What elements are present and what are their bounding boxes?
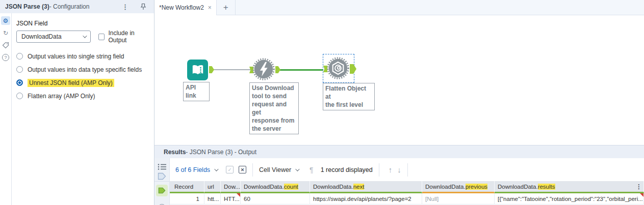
- pin-icon[interactable]: [140, 3, 147, 10]
- option-label-highlighted: Unnest JSON field (AMP Only): [28, 79, 114, 87]
- tool-text-input[interactable]: [187, 60, 208, 80]
- configuration-body: ⚙ ↻ ? JSON Field DownloadData: [0, 13, 154, 205]
- workflow-tab-bar: *New Workflow2 × +: [154, 0, 644, 15]
- config-title-suffix: - Configuration: [49, 3, 90, 10]
- header-text: Record: [174, 184, 193, 190]
- cell-record[interactable]: 1: [170, 193, 204, 204]
- radio-unselected[interactable]: [16, 93, 23, 99]
- select-all-icon[interactable]: ✓: [226, 166, 234, 173]
- cell-viewer-dropdown[interactable]: Cell Viewer: [259, 166, 298, 173]
- connection-download-jsonparse[interactable]: [280, 69, 323, 71]
- column-menu-kebab-icon[interactable]: ⋮: [636, 183, 642, 190]
- tab-close-icon[interactable]: ×: [208, 4, 212, 11]
- question-mark-icon: ?: [2, 54, 9, 61]
- tab-new-workflow2[interactable]: *New Workflow2 ×: [154, 0, 217, 15]
- whitespace-toggle-icon[interactable]: ¶: [310, 166, 314, 174]
- results-anchor-rail: ?: [154, 158, 170, 205]
- cell-downloaddata[interactable]: HTT...: [221, 193, 241, 204]
- deselect-icon[interactable]: ✕: [239, 166, 246, 173]
- annotation-flatten[interactable]: Flatten Object at the first level: [323, 83, 375, 110]
- header-text-highlighted: results: [538, 184, 555, 190]
- column-header-previous[interactable]: DownloadData.previous: [422, 181, 495, 193]
- tool-download[interactable]: [252, 58, 275, 80]
- cell-next[interactable]: https://swapi.dev/api/planets/?page=2: [310, 193, 422, 204]
- annotation-line: the first level: [325, 101, 372, 109]
- json-field-label: JSON Field: [16, 20, 154, 27]
- header-text-highlighted: count: [284, 184, 298, 190]
- header-text: DownloadData.: [313, 184, 353, 190]
- configuration-panel: JSON Parse (3) - Configuration ⋮ ⚙ ↻: [0, 0, 154, 205]
- output-anchor-selected[interactable]: [156, 185, 168, 196]
- option-data-type-fields[interactable]: Output values into data type specific fi…: [16, 65, 154, 74]
- toolbar-separator: [407, 163, 408, 177]
- column-header-results[interactable]: DownloadData.results ⋮: [495, 181, 644, 193]
- cell-previous[interactable]: [Null]: [422, 193, 495, 204]
- cell-viewer-label: Cell Viewer: [259, 166, 291, 173]
- column-header-downloaddata[interactable]: Dow...: [221, 181, 241, 193]
- option-unnest-json[interactable]: Unnest JSON field (AMP Only): [16, 78, 154, 87]
- option-single-string[interactable]: Output values into single string field: [16, 52, 154, 61]
- results-toolbar: 6 of 6 Fields ✓ ✕ Cell Viewer ¶ 1 record…: [170, 158, 644, 181]
- include-in-output-label: Include in Output: [108, 30, 154, 44]
- json-field-dropdown[interactable]: DownloadData: [16, 31, 91, 43]
- cell-count[interactable]: 60: [241, 193, 310, 204]
- records-displayed-label: 1 record displayed: [321, 166, 373, 173]
- configuration-header: JSON Parse (3) - Configuration ⋮: [0, 0, 154, 13]
- rail-divider: [154, 181, 169, 182]
- help-icon[interactable]: ?: [1, 53, 10, 62]
- green-anchor-icon: [158, 187, 166, 194]
- scroll-down-icon[interactable]: ↓: [397, 165, 401, 174]
- header-text-highlighted: next: [353, 184, 365, 190]
- output-anchor[interactable]: [209, 66, 214, 73]
- header-text-highlighted: previous: [466, 184, 487, 190]
- header-text: Dow...: [224, 184, 240, 190]
- annotation-download[interactable]: Use Download tool to send request and ge…: [249, 82, 299, 134]
- column-header-count[interactable]: DownloadData.count: [241, 181, 310, 193]
- download-tool-icon: [252, 58, 275, 80]
- include-in-output-option[interactable]: Include in Output: [98, 30, 154, 44]
- radio-unselected[interactable]: [16, 53, 23, 60]
- annotation-line: Use Download: [252, 84, 296, 92]
- option-label: Output values into data type specific fi…: [28, 66, 142, 73]
- chevron-down-icon: [214, 167, 218, 171]
- output-anchor[interactable]: [350, 64, 356, 74]
- parse-mode-options: Output values into single string field O…: [16, 52, 154, 100]
- toolbar-separator: [252, 163, 253, 177]
- annotation-line: the server: [252, 125, 296, 133]
- chevron-down-icon: [295, 167, 299, 171]
- cell-results[interactable]: [{"name":"Tatooine","rotation_period":"2…: [495, 193, 644, 204]
- table-row: 1 htt... HTT... 60 https://swapi.dev/api…: [170, 193, 644, 204]
- cell-url[interactable]: htt...: [204, 193, 221, 204]
- radio-selected[interactable]: [16, 79, 23, 86]
- include-in-output-checkbox[interactable]: [98, 34, 105, 40]
- radio-unselected[interactable]: [16, 66, 23, 73]
- output-anchor[interactable]: [275, 66, 280, 73]
- column-header-next[interactable]: DownloadData.next: [310, 181, 422, 193]
- fields-count-label: 6 of 6 Fields: [175, 166, 210, 173]
- json-field-value: DownloadData: [21, 33, 62, 40]
- tag-annotation-icon[interactable]: [1, 41, 10, 49]
- config-kebab-menu-icon[interactable]: ⋮: [122, 3, 128, 11]
- chevron-down-icon: [83, 34, 87, 38]
- column-header-record[interactable]: Record: [170, 181, 204, 193]
- tab-label: *New Workflow2: [159, 4, 204, 11]
- metadata-list-icon[interactable]: [158, 163, 166, 170]
- null-value: [Null]: [425, 196, 439, 202]
- annotation-line: Flatten Object at: [325, 84, 372, 101]
- new-tab-button[interactable]: +: [217, 0, 236, 15]
- tool-json-parse[interactable]: [327, 57, 349, 79]
- anchor-outline-icon[interactable]: [158, 172, 166, 180]
- connection-textinput-download[interactable]: [214, 69, 250, 70]
- results-header: Results - JSON Parse (3) - Output: [154, 145, 644, 158]
- settings-gear-icon[interactable]: ⚙: [1, 16, 10, 25]
- navigation-icon[interactable]: ↻: [1, 28, 10, 37]
- annotation-api-link[interactable]: API link: [183, 82, 210, 101]
- scroll-up-icon[interactable]: ↑: [389, 165, 393, 174]
- column-header-url[interactable]: url: [204, 181, 221, 193]
- option-label: Output values into single string field: [28, 53, 124, 60]
- table-header-row: Record url Dow... DownloadData.count: [170, 181, 644, 193]
- workflow-canvas[interactable]: API link Use Download tool to send reque…: [154, 15, 644, 145]
- header-text: DownloadData.: [244, 184, 284, 190]
- option-flatten-array[interactable]: Flatten array (AMP Only): [16, 92, 154, 100]
- fields-dropdown[interactable]: 6 of 6 Fields: [175, 166, 217, 173]
